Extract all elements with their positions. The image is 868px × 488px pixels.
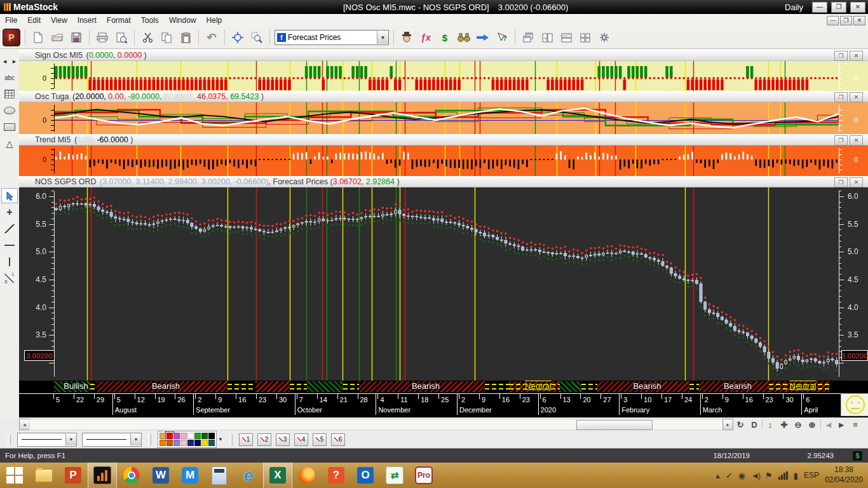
layout-button-6[interactable]: 6 [331, 433, 345, 446]
layout-button-1[interactable]: 1 [239, 433, 253, 446]
taskbar-item-maxthon[interactable]: M [175, 463, 205, 488]
color-swatch[interactable] [208, 440, 215, 446]
taskbar-item-help[interactable]: ? [322, 463, 351, 488]
osc-tuga-plot[interactable] [19, 102, 868, 134]
color-palette[interactable] [158, 431, 217, 448]
language-indicator[interactable]: ESP [804, 471, 819, 480]
child-minimize-button[interactable]: — [827, 16, 839, 25]
color-swatch[interactable] [159, 433, 166, 439]
system-tester-button[interactable]: $ [437, 29, 453, 46]
cascade-windows-button[interactable] [520, 29, 536, 46]
print-preview-button[interactable] [113, 29, 130, 46]
price-plot[interactable]: BullishBearishBearishNeutralBearishBeari… [19, 187, 868, 381]
panel-close-button[interactable]: ✕ [850, 92, 863, 102]
panel-maximize-button[interactable]: ❐ [834, 51, 848, 61]
taskbar-item-start[interactable] [0, 463, 29, 488]
menu-format[interactable]: Format [102, 15, 136, 26]
zoom-area-button[interactable] [248, 29, 265, 46]
cut-button[interactable] [139, 29, 156, 46]
child-close-button[interactable]: ✕ [853, 16, 865, 25]
chart-list-button[interactable]: ≡ [849, 418, 862, 431]
tile-grid-button[interactable] [577, 29, 593, 46]
print-button[interactable] [94, 29, 111, 46]
paste-button[interactable] [177, 29, 194, 46]
sign-osc-plot[interactable] [19, 61, 868, 91]
expert-advisor-button[interactable] [398, 29, 415, 46]
child-restore-button[interactable]: ❐ [840, 16, 852, 25]
scroll-right-button[interactable]: ▸ [722, 419, 733, 430]
taskbar-item-excel[interactable]: X [263, 463, 292, 488]
menu-window[interactable]: Window [164, 15, 201, 26]
taskbar-item-chrome[interactable] [117, 463, 146, 488]
menu-insert[interactable]: Insert [72, 15, 102, 26]
line-style-dropdown[interactable]: ▼ [17, 433, 77, 447]
clock[interactable]: 18:38 02/04/2020 [825, 465, 863, 485]
palette-arrow[interactable]: ▼ [218, 437, 223, 442]
ellipse-tool[interactable] [1, 103, 18, 118]
tray-flag-icon[interactable]: ⚑ [765, 471, 773, 480]
taskbar-item-powerpoint[interactable]: P [58, 463, 88, 488]
taskbar-item-calculator[interactable] [205, 463, 234, 488]
indicator-dropdown[interactable]: f Forecast Prices ▼ [275, 30, 389, 45]
prev-chart-button[interactable]: ◀ [822, 418, 835, 431]
layout-button-4[interactable]: 4 [294, 433, 308, 446]
color-swatch[interactable] [201, 433, 208, 439]
tray-chevron-up-icon[interactable]: ▴ [715, 471, 720, 480]
color-swatch[interactable] [194, 433, 201, 439]
tray-usb-icon[interactable]: ✓ [726, 471, 733, 480]
menu-view[interactable]: View [46, 15, 72, 26]
indicator-dropdown-arrow[interactable]: ▼ [377, 31, 388, 44]
color-swatch[interactable] [166, 433, 173, 439]
panel-maximize-button[interactable]: ❐ [834, 135, 848, 146]
app-button[interactable]: P [3, 29, 20, 46]
context-help-button[interactable]: ? [494, 29, 510, 46]
text-tool[interactable]: abc [1, 70, 18, 85]
taskbar-item-downloader[interactable]: ⇄ [380, 463, 409, 488]
horizontal-line-tool[interactable] [1, 238, 18, 253]
color-swatch[interactable] [173, 440, 180, 446]
pan-button[interactable]: ✚ [778, 418, 790, 431]
tile-horizontal-button[interactable] [558, 29, 574, 46]
color-swatch[interactable] [187, 440, 194, 446]
zoom-in-button[interactable]: ⊕ [806, 418, 818, 431]
undo-button[interactable]: ↶ [203, 29, 220, 46]
line-weight-arrow[interactable]: ▼ [130, 434, 141, 445]
color-swatch[interactable] [180, 440, 187, 446]
panel-close-button[interactable]: ✕ [850, 51, 863, 61]
panel-title-price[interactable]: NOS SGPS ORD (3.07000, 3.11400, 2.99400,… [19, 176, 868, 187]
tray-device-icon[interactable]: ▮ [794, 471, 798, 480]
panel-close-button[interactable]: ✕ [850, 177, 863, 187]
menu-edit[interactable]: Edit [22, 15, 46, 26]
color-swatch[interactable] [173, 433, 180, 439]
panel-title-osc-tuga[interactable]: Osc Tuga (20.0000, 0.00, -80.0000, 67.93… [19, 91, 868, 102]
trend-plot[interactable] [19, 146, 868, 176]
vertical-scale-button[interactable]: ↕ [764, 418, 776, 431]
periodicity-daily-button[interactable]: D [748, 418, 761, 431]
minimize-button[interactable]: — [812, 2, 827, 13]
vertical-line-tool[interactable] [1, 254, 18, 269]
color-swatch[interactable] [159, 440, 166, 446]
copy-button[interactable] [158, 29, 175, 46]
triangle-tool[interactable]: △ [1, 136, 18, 151]
scroll-right-tool[interactable]: ▸ [10, 53, 19, 69]
panel-maximize-button[interactable]: ❐ [834, 177, 848, 187]
grid-tool[interactable] [1, 86, 18, 102]
panel-close-button[interactable]: ✕ [850, 135, 863, 146]
panel-title-trend[interactable]: Trend MI5 (0.00, -60.0000 ) ❐ ✕ [19, 134, 868, 146]
menu-tools[interactable]: Tools [136, 15, 164, 26]
rectangle-tool[interactable] [1, 119, 18, 135]
save-button[interactable] [68, 29, 85, 46]
forecaster-arrow-button[interactable] [475, 29, 491, 46]
scroll-left-button[interactable]: ◂ [19, 419, 30, 430]
tray-signal-icon[interactable] [778, 471, 788, 480]
panel-maximize-button[interactable]: ❐ [834, 92, 848, 102]
layout-button-3[interactable]: 3 [276, 433, 290, 446]
color-swatch[interactable] [194, 440, 201, 446]
taskbar-item-metastock[interactable] [88, 463, 117, 488]
color-swatch[interactable] [187, 433, 194, 439]
zoom-out-button[interactable]: ⊖ [792, 418, 804, 431]
explorer-binoculars-button[interactable] [456, 29, 472, 46]
scrollbar-track[interactable] [29, 419, 723, 430]
crosshair-tool[interactable]: + [1, 205, 18, 220]
taskbar-item-firefox[interactable] [292, 463, 322, 488]
